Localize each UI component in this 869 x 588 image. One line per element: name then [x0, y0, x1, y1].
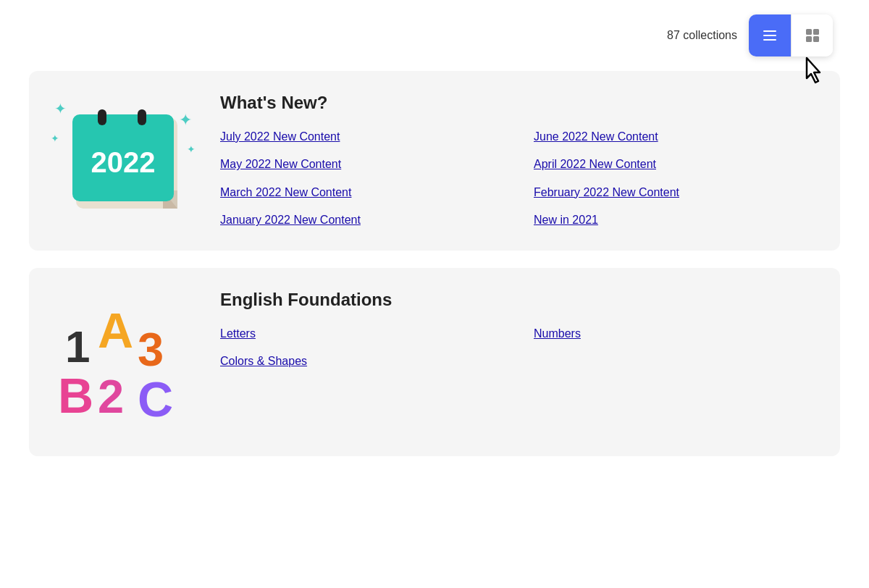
view-toggle: [749, 14, 833, 56]
svg-text:2022: 2022: [91, 146, 156, 178]
svg-rect-6: [813, 36, 819, 42]
whats-new-card: ✦ ✦ ✦ ✦ 2022: [29, 71, 840, 251]
english-foundations-content: English Foundations Letters Numbers Colo…: [220, 290, 818, 370]
english-foundations-links: Letters Numbers Colors & Shapes: [220, 326, 818, 370]
svg-text:A: A: [98, 303, 133, 358]
whats-new-links: July 2022 New Content June 2022 New Cont…: [220, 129, 818, 229]
collections-count: 87 collections: [667, 29, 737, 42]
english-foundations-icon: 1 A 3 B 2 C: [43, 290, 203, 434]
svg-rect-5: [806, 36, 812, 42]
header-bar: 87 collections: [29, 14, 840, 56]
svg-text:2: 2: [98, 370, 124, 423]
link-july-2022[interactable]: July 2022 New Content: [220, 129, 505, 145]
whats-new-icon: ✦ ✦ ✦ ✦ 2022: [43, 93, 203, 223]
link-january-2022[interactable]: January 2022 New Content: [220, 212, 505, 228]
svg-rect-4: [813, 29, 819, 35]
grid-view-button[interactable]: [791, 14, 833, 56]
svg-text:C: C: [138, 371, 173, 427]
english-foundations-card: 1 A 3 B 2 C English Foundations Letters …: [29, 268, 840, 456]
link-february-2022[interactable]: February 2022 New Content: [534, 185, 818, 201]
svg-rect-11: [98, 109, 106, 125]
link-numbers[interactable]: Numbers: [534, 326, 818, 342]
whats-new-title: What's New?: [220, 93, 818, 113]
link-april-2022[interactable]: April 2022 New Content: [534, 156, 818, 172]
link-colors-shapes[interactable]: Colors & Shapes: [220, 353, 505, 369]
svg-rect-1: [763, 35, 776, 36]
list-view-button[interactable]: [749, 14, 791, 56]
cursor: [804, 56, 827, 84]
link-letters[interactable]: Letters: [220, 326, 505, 342]
grid-icon: [804, 27, 821, 44]
svg-text:3: 3: [138, 323, 164, 376]
link-may-2022[interactable]: May 2022 New Content: [220, 156, 505, 172]
svg-rect-0: [763, 30, 776, 32]
list-icon: [761, 27, 778, 44]
link-march-2022[interactable]: March 2022 New Content: [220, 185, 505, 201]
svg-rect-3: [806, 29, 812, 35]
svg-text:1: 1: [65, 322, 90, 371]
svg-rect-2: [763, 39, 776, 41]
link-new-2021[interactable]: New in 2021: [534, 212, 818, 228]
link-june-2022[interactable]: June 2022 New Content: [534, 129, 818, 145]
svg-rect-12: [138, 109, 146, 125]
svg-text:B: B: [58, 368, 93, 423]
whats-new-content: What's New? July 2022 New Content June 2…: [220, 93, 818, 229]
english-foundations-title: English Foundations: [220, 290, 818, 310]
